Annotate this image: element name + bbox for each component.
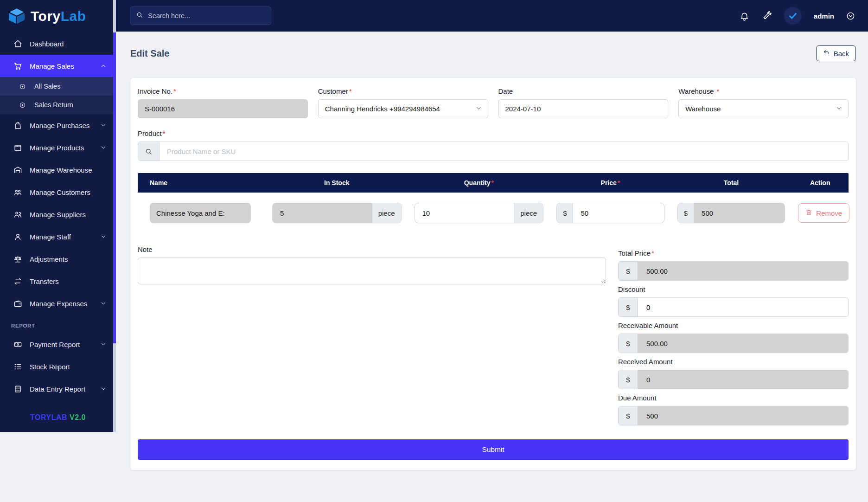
- chevron-down-icon: [100, 122, 107, 129]
- sidebar-scrollbar[interactable]: [113, 0, 116, 432]
- currency-addon: $: [619, 370, 638, 389]
- received-amount-field: Received Amount $ 0: [618, 358, 849, 389]
- chevron-down-icon: [836, 105, 842, 113]
- discount-label: Discount: [618, 285, 849, 293]
- warehouse-icon: [13, 165, 22, 174]
- header-in-stock: In Stock: [266, 173, 408, 193]
- sidebar-item-adjustments[interactable]: Adjustments: [0, 248, 116, 270]
- total-price-value: 500.00: [638, 262, 848, 280]
- avatar[interactable]: [784, 7, 802, 25]
- product-label: Product*: [138, 129, 849, 137]
- header-total: Total: [671, 173, 792, 193]
- package-icon: [13, 143, 22, 152]
- unit-addon: piece: [514, 203, 543, 223]
- account-chevron-down-icon[interactable]: [846, 12, 855, 20]
- totals-panel: Total Price* $ 500.00 Discount $ Receiva…: [618, 245, 849, 430]
- app-title: ToryLab: [31, 8, 86, 24]
- date-label: Date: [498, 87, 669, 95]
- invoice-input: [138, 99, 308, 118]
- trash-icon: [805, 209, 812, 217]
- sidebar-item-payment-report[interactable]: Payment Report: [0, 333, 116, 355]
- required-asterisk: *: [651, 249, 654, 257]
- sidebar-item-manage-expenses[interactable]: Manage Expenses: [0, 292, 116, 315]
- sidebar-item-manage-products[interactable]: Manage Products: [0, 136, 116, 159]
- unit-addon: piece: [372, 203, 401, 223]
- row-total-value: 500: [694, 203, 785, 223]
- warehouse-select[interactable]: Warehouse: [678, 99, 849, 118]
- total-price-field: Total Price* $ 500.00: [618, 249, 849, 281]
- quantity-input[interactable]: [422, 209, 507, 217]
- sidebar-item-data-entry-report[interactable]: Data Entry Report: [0, 378, 116, 400]
- search-icon: [138, 142, 160, 161]
- table-row: 5 piece piece $: [138, 193, 849, 234]
- transfer-arrows-icon: [13, 277, 22, 286]
- discount-input[interactable]: [646, 303, 840, 311]
- sidebar-item-manage-purchases[interactable]: Manage Purchases: [0, 114, 116, 136]
- topbar-actions: admin: [740, 7, 855, 25]
- customer-label: Customer*: [318, 87, 488, 95]
- due-amount-label: Due Amount: [618, 394, 849, 402]
- currency-addon: $: [619, 298, 638, 316]
- sidebar-item-all-sales[interactable]: All Sales: [0, 77, 116, 96]
- header-action: Action: [791, 173, 849, 193]
- sidebar-item-dashboard[interactable]: Dashboard: [0, 32, 116, 55]
- required-asterisk: *: [491, 179, 493, 187]
- cube-logo-icon: [6, 6, 27, 26]
- header-quantity: Quantity*: [408, 173, 550, 193]
- chevron-down-icon: [100, 144, 107, 151]
- list-icon: [13, 362, 22, 371]
- sidebar-item-manage-sales[interactable]: Manage Sales: [0, 55, 116, 77]
- table-header-row: Name In Stock Quantity* Price* Total Act…: [138, 173, 849, 193]
- due-amount-field: Due Amount $ 500: [618, 394, 849, 425]
- circle-dot-icon: [18, 82, 27, 91]
- submit-button[interactable]: Submit: [138, 439, 849, 460]
- back-button[interactable]: Back: [816, 45, 856, 61]
- customer-field-group: Customer* Channing Hendricks +9942949846…: [318, 87, 488, 118]
- users-group-icon: [13, 187, 22, 197]
- username: admin: [814, 12, 834, 20]
- page-title: Edit Sale: [130, 48, 169, 59]
- invoice-label: Invoice No.*: [138, 87, 308, 95]
- required-asterisk: *: [163, 129, 166, 137]
- sidebar-item-sales-return[interactable]: Sales Return: [0, 96, 116, 114]
- header-name: Name: [138, 173, 266, 193]
- sidebar-item-manage-suppliers[interactable]: Manage Suppliers: [0, 203, 116, 225]
- bell-icon[interactable]: [740, 11, 750, 21]
- customer-select[interactable]: Channing Hendricks +994294984654: [318, 99, 488, 118]
- sidebar-item-manage-warehouse[interactable]: Manage Warehouse: [0, 159, 116, 181]
- date-input[interactable]: [498, 99, 669, 118]
- note-textarea[interactable]: [138, 257, 606, 284]
- receivable-amount-field: Receivable Amount $ 500.00: [618, 322, 849, 353]
- total-group: $ 500: [677, 203, 785, 223]
- received-amount-label: Received Amount: [618, 358, 849, 366]
- app-logo[interactable]: ToryLab: [0, 0, 116, 31]
- due-amount-value: 500: [638, 406, 848, 425]
- search-input[interactable]: [148, 12, 265, 19]
- product-search[interactable]: [138, 142, 849, 161]
- home-icon: [13, 39, 22, 48]
- receivable-amount-label: Receivable Amount: [618, 322, 849, 329]
- sidebar: ToryLab Dashboard Manage Sales All Sales…: [0, 0, 116, 432]
- people-icon: [13, 210, 22, 219]
- received-amount-value: 0: [638, 370, 848, 389]
- sidebar-item-stock-report[interactable]: Stock Report: [0, 355, 116, 378]
- sidebar-nav: Dashboard Manage Sales All Sales Sales R…: [0, 31, 116, 408]
- banknote-icon: [13, 340, 22, 349]
- sidebar-item-transfers[interactable]: Transfers: [0, 270, 116, 292]
- price-input[interactable]: [581, 209, 656, 217]
- global-search[interactable]: [130, 6, 271, 25]
- chevron-down-icon: [100, 300, 107, 307]
- scrollbar-thumb[interactable]: [113, 32, 116, 343]
- date-field-group: Date: [498, 87, 669, 118]
- back-arrow-icon: [823, 49, 830, 58]
- header-price: Price*: [550, 173, 671, 193]
- price-group: $: [556, 203, 664, 223]
- product-search-input[interactable]: [160, 142, 848, 161]
- required-asterisk: *: [618, 179, 620, 187]
- remove-button[interactable]: Remove: [798, 203, 849, 223]
- wrench-icon[interactable]: [762, 11, 772, 21]
- sidebar-item-manage-staff[interactable]: Manage Staff: [0, 225, 116, 248]
- wallet-icon: [13, 299, 22, 308]
- in-stock-value: 5: [273, 203, 372, 223]
- sidebar-item-manage-customers[interactable]: Manage Customers: [0, 181, 116, 203]
